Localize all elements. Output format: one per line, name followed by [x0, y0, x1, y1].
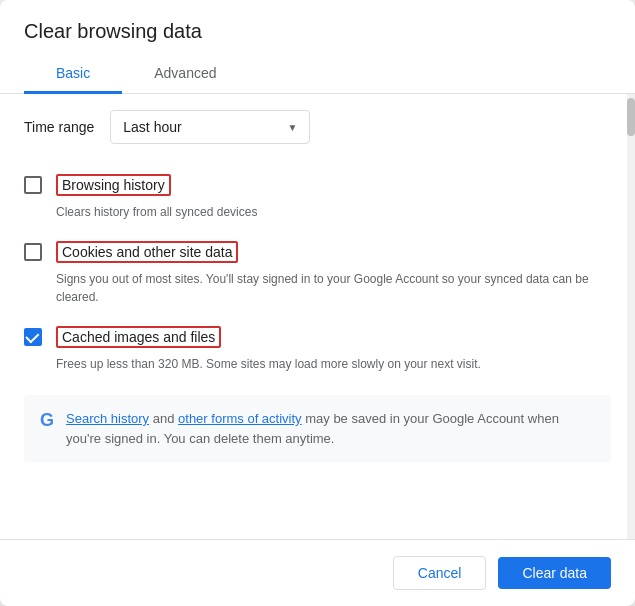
options-list: Browsing history Clears history from all… — [0, 156, 635, 383]
option-desc-cached: Frees up less than 320 MB. Some sites ma… — [56, 355, 611, 373]
google-g-icon: G — [40, 410, 54, 431]
option-desc-browsing-history: Clears history from all synced devices — [56, 203, 611, 221]
checkbox-browsing-history[interactable] — [24, 176, 42, 194]
dialog-title: Clear browsing data — [0, 0, 635, 55]
time-range-label: Time range — [24, 119, 94, 135]
info-banner: G Search history and other forms of acti… — [24, 395, 611, 462]
option-cached: Cached images and files Frees up less th… — [24, 316, 611, 383]
info-text: Search history and other forms of activi… — [66, 409, 595, 448]
tab-advanced[interactable]: Advanced — [122, 55, 248, 94]
info-text-and: and — [153, 411, 178, 426]
time-range-value: Last hour — [123, 119, 181, 135]
clear-data-button[interactable]: Clear data — [498, 557, 611, 589]
search-history-link[interactable]: Search history — [66, 411, 149, 426]
option-browsing-history: Browsing history Clears history from all… — [24, 164, 611, 231]
option-title-cached: Cached images and files — [56, 326, 221, 348]
checkbox-cached[interactable] — [24, 328, 42, 346]
scrollbar[interactable] — [627, 94, 635, 539]
checkbox-cookies[interactable] — [24, 243, 42, 261]
tab-bar: Basic Advanced — [0, 55, 635, 94]
dialog-footer: Cancel Clear data — [0, 539, 635, 606]
clear-browsing-data-dialog: Clear browsing data Basic Advanced Time … — [0, 0, 635, 606]
chevron-down-icon: ▼ — [287, 122, 297, 133]
tab-basic[interactable]: Basic — [24, 55, 122, 94]
option-desc-cookies: Signs you out of most sites. You'll stay… — [56, 270, 611, 306]
cancel-button[interactable]: Cancel — [393, 556, 487, 590]
option-title-cookies: Cookies and other site data — [56, 241, 238, 263]
time-range-row: Time range Last hour ▼ — [0, 94, 635, 156]
other-activity-link[interactable]: other forms of activity — [178, 411, 302, 426]
content-area: Time range Last hour ▼ Browsing history … — [0, 94, 635, 539]
option-title-browsing-history: Browsing history — [56, 174, 171, 196]
scrollbar-thumb[interactable] — [627, 98, 635, 136]
option-cookies: Cookies and other site data Signs you ou… — [24, 231, 611, 316]
time-range-select[interactable]: Last hour ▼ — [110, 110, 310, 144]
